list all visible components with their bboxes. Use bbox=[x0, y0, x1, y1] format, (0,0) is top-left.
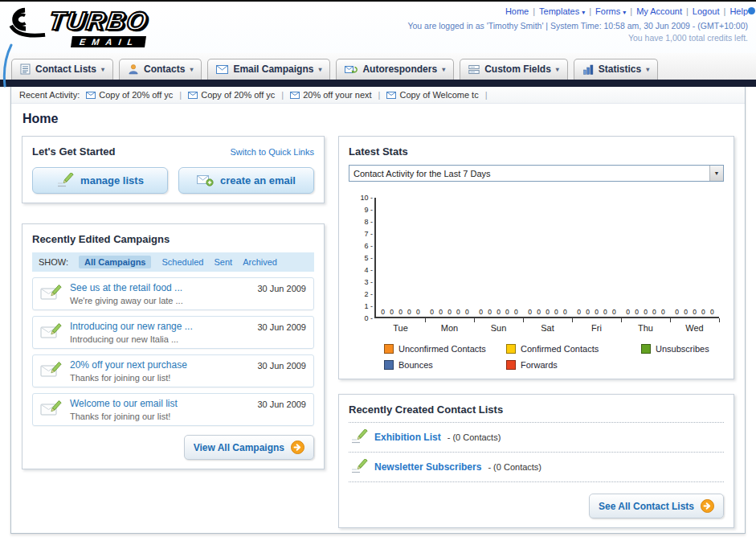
campaign-row[interactable]: Introducing our new range ...Introducing… bbox=[32, 316, 314, 349]
recent-activity-item[interactable]: Copy of Welcome tc bbox=[386, 90, 478, 100]
stats-range-select[interactable]: Contact Activity for the Last 7 Days ▼ bbox=[349, 165, 724, 182]
chart-values: 00000 bbox=[376, 308, 425, 317]
chart-value: 0 bbox=[701, 308, 705, 316]
campaign-row[interactable]: Welcome to our email listThanks for join… bbox=[32, 393, 314, 426]
chart-value: 0 bbox=[390, 308, 394, 316]
tab-statistics[interactable]: Statistics▾ bbox=[574, 59, 658, 80]
contact-list-link[interactable]: Newsletter Subscribers bbox=[374, 461, 481, 473]
create-email-label: create an email bbox=[220, 174, 296, 186]
campaign-title-link[interactable]: 20% off your next purchase bbox=[70, 359, 250, 371]
legend-label: Forwards bbox=[521, 360, 558, 370]
campaign-row[interactable]: 20% off your next purchaseThanks for joi… bbox=[32, 354, 314, 387]
recent-activity-item[interactable]: Copy of 20% off yc bbox=[188, 90, 275, 100]
logo-line2: EMAIL bbox=[71, 36, 146, 47]
switch-quick-links-link[interactable]: Switch to Quick Links bbox=[230, 147, 314, 157]
legend-item: Confirmed Contacts bbox=[506, 344, 641, 354]
chart-category-label: Wed bbox=[670, 323, 719, 333]
top-link-label: Logout bbox=[693, 6, 720, 16]
get-started-title: Let's Get Started bbox=[32, 145, 116, 158]
legend-swatch bbox=[641, 344, 651, 354]
chart-value: 0 bbox=[661, 308, 665, 316]
top-link-forms[interactable]: Forms▾ bbox=[595, 6, 626, 16]
filter-scheduled[interactable]: Scheduled bbox=[161, 257, 203, 267]
recent-activity-item[interactable]: 20% off your next bbox=[290, 90, 371, 100]
chart-plot-area: 00000Tue00000Mon00000Sun00000Sat00000Fri… bbox=[374, 198, 719, 318]
corner-dot-decoration bbox=[748, 7, 755, 14]
chart-category-label: Sun bbox=[474, 323, 523, 333]
filter-all-campaigns[interactable]: All Campaigns bbox=[79, 256, 151, 268]
stats-range-value: Contact Activity for the Last 7 Days bbox=[353, 169, 491, 178]
activity-separator: | bbox=[378, 90, 381, 100]
top-link-logout[interactable]: Logout bbox=[693, 6, 720, 16]
envelope-icon bbox=[386, 92, 396, 99]
chart-value: 0 bbox=[644, 308, 648, 316]
campaign-row[interactable]: See us at the retail food ...We're givin… bbox=[32, 277, 314, 310]
chart-value: 0 bbox=[635, 308, 639, 316]
logo-swirl-icon bbox=[6, 5, 47, 40]
chart-value: 0 bbox=[381, 308, 385, 316]
campaign-title-link[interactable]: Introducing our new range ... bbox=[70, 321, 250, 332]
latest-stats-title: Latest Stats bbox=[349, 145, 724, 158]
tab-contact-lists[interactable]: Contact Lists▾ bbox=[11, 59, 113, 80]
tab-label: Contact Lists bbox=[35, 64, 96, 75]
manage-lists-button[interactable]: manage lists bbox=[32, 167, 168, 194]
chevron-down-icon: ▾ bbox=[318, 66, 321, 73]
y-tick-label: 1 - bbox=[364, 302, 373, 310]
y-tick-label: 2 - bbox=[364, 290, 373, 298]
page-title: Home bbox=[22, 112, 745, 126]
chart-value: 0 bbox=[416, 308, 420, 316]
contact-lists-panel: Recently Created Contact Lists Exhibitio… bbox=[338, 394, 734, 528]
campaigns-title: Recently Edited Campaigns bbox=[32, 233, 314, 245]
tab-contacts[interactable]: Contacts▾ bbox=[119, 59, 202, 80]
get-started-buttons: manage lists create an email bbox=[32, 167, 314, 194]
chart-value: 0 bbox=[675, 308, 679, 316]
chart-groups: 00000Tue00000Mon00000Sun00000Sat00000Fri… bbox=[376, 198, 719, 317]
latest-stats-panel: Latest Stats Contact Activity for the La… bbox=[338, 136, 734, 379]
contact-list-link[interactable]: Exhibition List bbox=[374, 432, 441, 443]
chart-value: 0 bbox=[407, 308, 411, 316]
chart-category-group: 00000Thu bbox=[621, 198, 670, 317]
chart-value: 0 bbox=[479, 308, 483, 316]
recent-activity-item[interactable]: Copy of 20% off yc bbox=[86, 90, 173, 100]
tab-custom-fields[interactable]: Custom Fields▾ bbox=[460, 59, 568, 80]
top-link-label: Home bbox=[505, 6, 529, 16]
tab-label: Custom Fields bbox=[484, 64, 551, 75]
create-email-button[interactable]: create an email bbox=[178, 167, 314, 194]
chart-category-group: 00000Tue bbox=[376, 198, 425, 317]
campaign-filters: All CampaignsScheduledSentArchived bbox=[79, 256, 277, 268]
top-link-help[interactable]: Help bbox=[729, 6, 748, 16]
manage-lists-label: manage lists bbox=[80, 174, 144, 186]
tab-autoresponders[interactable]: Autoresponders▾ bbox=[336, 59, 454, 80]
campaign-title-link[interactable]: Welcome to our email list bbox=[70, 398, 250, 409]
top-link-my-account[interactable]: My Account bbox=[636, 6, 682, 16]
chevron-down-icon: ▼ bbox=[709, 166, 723, 181]
filter-archived[interactable]: Archived bbox=[243, 257, 277, 267]
tab-label: Contacts bbox=[144, 64, 185, 75]
chart-value: 0 bbox=[488, 308, 492, 316]
see-all-contact-lists-button[interactable]: See All Contact Lists bbox=[589, 494, 724, 518]
campaign-title-link[interactable]: See us at the retail food ... bbox=[70, 282, 250, 293]
contact-list-row[interactable]: Newsletter Subscribers- (0 Contacts) bbox=[349, 453, 724, 482]
pencil-note-icon bbox=[350, 459, 368, 475]
chart-category-label: Mon bbox=[425, 323, 474, 333]
latest-stats-chart: 10 -9 -8 -7 -6 -5 -4 -3 -2 -1 -0 - 00000… bbox=[350, 198, 719, 370]
contact-list-row[interactable]: Exhibition List- (0 Contacts) bbox=[349, 423, 724, 453]
top-link-label: Templates bbox=[539, 6, 579, 16]
chart-values: 00000 bbox=[474, 308, 523, 317]
legend-label: Unsubscribes bbox=[656, 344, 709, 354]
top-link-templates[interactable]: Templates▾ bbox=[539, 6, 585, 16]
filter-sent[interactable]: Sent bbox=[214, 257, 232, 267]
recent-activity-label: Recent Activity: bbox=[19, 90, 80, 100]
campaign-date: 30 Jun 2009 bbox=[257, 284, 306, 293]
chart-value: 0 bbox=[546, 308, 550, 316]
tab-label: Email Campaigns bbox=[233, 64, 313, 75]
pencil-icon bbox=[56, 173, 74, 189]
top-link-home[interactable]: Home bbox=[505, 6, 529, 16]
chart-value: 0 bbox=[652, 308, 656, 316]
top-right-info: Home|Templates▾|Forms▾|My Account|Logout… bbox=[407, 5, 748, 53]
chart-value: 0 bbox=[603, 308, 607, 316]
tab-email-campaigns[interactable]: Email Campaigns▾ bbox=[207, 59, 330, 80]
right-column: Latest Stats Contact Activity for the La… bbox=[338, 136, 734, 528]
view-all-campaigns-button[interactable]: View All Campaigns bbox=[184, 435, 314, 460]
envelope-pencil-icon bbox=[40, 399, 63, 417]
